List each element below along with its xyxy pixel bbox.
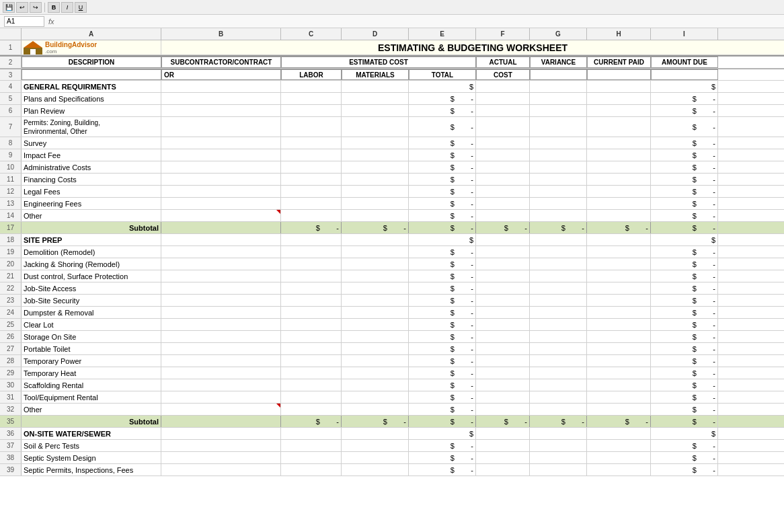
cell-g12[interactable] [530, 186, 587, 197]
cell-d20[interactable] [342, 258, 409, 270]
cell-d18[interactable] [342, 234, 409, 245]
cell-c25[interactable] [281, 319, 342, 330]
cell-c26[interactable] [281, 331, 342, 342]
cell-d36[interactable] [342, 428, 409, 439]
cell-f10[interactable] [476, 161, 530, 173]
col-header-i[interactable]: I [651, 28, 718, 40]
cell-c5[interactable] [281, 93, 342, 104]
cell-e12[interactable]: $ - [409, 186, 476, 197]
cell-c30[interactable] [281, 379, 342, 391]
cell-b31[interactable] [161, 391, 281, 403]
cell-f29[interactable] [476, 367, 530, 379]
cell-b3-or[interactable]: OR [161, 69, 281, 80]
cell-c8[interactable] [281, 137, 342, 149]
cell-b24[interactable] [161, 307, 281, 318]
cell-b21[interactable] [161, 270, 281, 282]
cell-i10[interactable]: $ - [651, 161, 718, 173]
cell-d19[interactable] [342, 246, 409, 258]
cell-e21[interactable]: $ - [409, 270, 476, 282]
cell-h39[interactable] [587, 464, 651, 476]
cell-a2-desc[interactable]: DESCRIPTION [22, 56, 161, 68]
cell-d6[interactable] [342, 105, 409, 116]
cell-i6[interactable]: $ - [651, 105, 718, 116]
cell-a22[interactable]: Job-Site Access [22, 282, 161, 294]
cell-h27[interactable] [587, 343, 651, 354]
cell-b10[interactable] [161, 161, 281, 173]
cell-f32[interactable] [476, 404, 530, 415]
cell-i13[interactable]: $ - [651, 198, 718, 209]
cell-f30[interactable] [476, 379, 530, 391]
cell-h10[interactable] [587, 161, 651, 173]
cell-a18[interactable]: SITE PREP [22, 234, 161, 245]
cell-i2-amountdue[interactable]: AMOUNT DUE [651, 56, 718, 68]
cell-b23[interactable] [161, 295, 281, 306]
bold-icon[interactable]: B [48, 2, 60, 13]
cell-c36[interactable] [281, 428, 342, 439]
cell-a29[interactable]: Temporary Heat [22, 367, 161, 379]
cell-c35[interactable]: $ - [281, 416, 342, 427]
cell-e35[interactable]: $ - [409, 416, 476, 427]
cell-f23[interactable] [476, 295, 530, 306]
cell-h37[interactable] [587, 440, 651, 451]
cell-f36[interactable] [476, 428, 530, 439]
cell-a1[interactable]: BuildingAdvisor .com [22, 40, 161, 54]
cell-b25[interactable] [161, 319, 281, 330]
cell-b37[interactable] [161, 440, 281, 451]
cell-h19[interactable] [587, 246, 651, 258]
cell-d27[interactable] [342, 343, 409, 354]
cell-f8[interactable] [476, 137, 530, 149]
cell-d10[interactable] [342, 161, 409, 173]
cell-g24[interactable] [530, 307, 587, 318]
cell-f2-actual[interactable]: ACTUAL [476, 56, 530, 68]
cell-g21[interactable] [530, 270, 587, 282]
cell-g35[interactable]: $ - [530, 416, 587, 427]
cell-e28[interactable]: $ - [409, 355, 476, 367]
cell-b27[interactable] [161, 343, 281, 354]
cell-i7[interactable]: $ - [651, 117, 718, 137]
cell-c6[interactable] [281, 105, 342, 116]
cell-i29[interactable]: $ - [651, 367, 718, 379]
cell-i5[interactable]: $ - [651, 93, 718, 104]
cell-i18[interactable]: $ [651, 234, 718, 245]
cell-d11[interactable] [342, 174, 409, 185]
cell-e4[interactable]: $ [409, 81, 476, 92]
cell-f35[interactable]: $ - [476, 416, 530, 427]
cell-e13[interactable]: $ - [409, 198, 476, 209]
cell-b17[interactable] [161, 222, 281, 233]
cell-b36[interactable] [161, 428, 281, 439]
name-box[interactable] [4, 16, 44, 27]
cell-a17[interactable]: Subtotal [22, 222, 161, 233]
cell-d5[interactable] [342, 93, 409, 104]
redo-icon[interactable]: ↪ [30, 2, 42, 13]
cell-f17[interactable]: $ - [476, 222, 530, 233]
cell-e23[interactable]: $ - [409, 295, 476, 306]
cell-h29[interactable] [587, 367, 651, 379]
cell-b19[interactable] [161, 246, 281, 258]
cell-b13[interactable] [161, 198, 281, 209]
cell-b12[interactable] [161, 186, 281, 197]
col-header-f[interactable]: F [476, 28, 530, 40]
cell-f25[interactable] [476, 319, 530, 330]
cell-a11[interactable]: Financing Costs [22, 174, 161, 185]
cell-d35[interactable]: $ - [342, 416, 409, 427]
cell-c19[interactable] [281, 246, 342, 258]
cell-h36[interactable] [587, 428, 651, 439]
cell-h2-currentpaid[interactable]: CURRENT PAID [587, 56, 651, 68]
cell-g29[interactable] [530, 367, 587, 379]
cell-i20[interactable]: $ - [651, 258, 718, 270]
cell-c22[interactable] [281, 282, 342, 294]
cell-f37[interactable] [476, 440, 530, 451]
cell-i12[interactable]: $ - [651, 186, 718, 197]
cell-c39[interactable] [281, 464, 342, 476]
cell-f14[interactable] [476, 210, 530, 221]
cell-h21[interactable] [587, 270, 651, 282]
cell-d29[interactable] [342, 367, 409, 379]
cell-g28[interactable] [530, 355, 587, 367]
cell-d22[interactable] [342, 282, 409, 294]
cell-c38[interactable] [281, 452, 342, 463]
cell-g23[interactable] [530, 295, 587, 306]
cell-a36[interactable]: ON-SITE WATER/SEWER [22, 428, 161, 439]
cell-e17[interactable]: $ - [409, 222, 476, 233]
cell-c2-estimated[interactable]: ESTIMATED COST [281, 56, 476, 68]
cell-g10[interactable] [530, 161, 587, 173]
